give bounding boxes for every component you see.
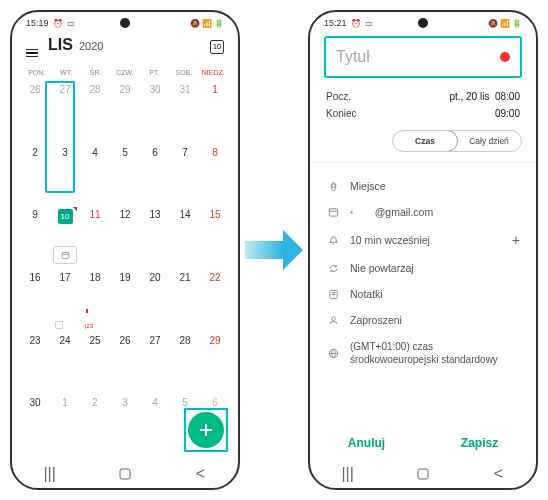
location-row[interactable]: Miejsce — [324, 173, 522, 199]
date-cell[interactable]: 23 — [20, 331, 50, 394]
date-cell[interactable]: 8 — [200, 143, 230, 206]
date-cell[interactable]: 28 — [170, 331, 200, 394]
camera-cutout — [120, 18, 130, 28]
start-row[interactable]: Pocz. pt., 20 lis 08:00 — [324, 88, 522, 105]
date-cell[interactable]: 7 — [170, 143, 200, 206]
calendar-grid[interactable]: 262728293031123456789101112131415161718|… — [12, 80, 238, 460]
status-time: 15:21 — [324, 18, 347, 28]
svg-rect-6 — [329, 208, 337, 215]
date-cell[interactable]: 6 — [140, 143, 170, 206]
calendar-header: LIS 2020 10 — [12, 30, 238, 63]
save-button[interactable]: Zapisz — [423, 436, 536, 450]
event-title-input[interactable]: Tytuł — [324, 36, 522, 78]
nav-bar: ||| < — [310, 460, 536, 488]
add-reminder-icon[interactable]: + — [512, 232, 520, 248]
nav-bar: ||| < — [12, 460, 238, 488]
weekday-row: PON.WT.ŚR.CZW.PT.SOB.NIEDZ. — [12, 63, 238, 80]
date-cell[interactable]: 3 — [110, 393, 140, 456]
date-cell[interactable]: 5 — [110, 143, 140, 206]
date-cell[interactable]: 14 — [170, 205, 200, 268]
date-cell[interactable]: 26 — [20, 80, 50, 143]
date-cell[interactable]: 31 — [170, 80, 200, 143]
date-cell[interactable]: 3 — [50, 143, 80, 206]
date-cell[interactable]: 2 — [20, 143, 50, 206]
date-cell[interactable]: 19 — [110, 268, 140, 331]
date-cell[interactable]: 4 — [140, 393, 170, 456]
date-cell[interactable]: 30 — [140, 80, 170, 143]
end-row[interactable]: Koniec 09:00 — [324, 105, 522, 122]
date-cell[interactable]: 27 — [140, 331, 170, 394]
svg-point-5 — [331, 183, 335, 187]
svg-rect-4 — [120, 469, 130, 479]
date-cell[interactable]: 10 — [50, 205, 80, 268]
date-cell[interactable]: 30 — [20, 393, 50, 456]
repeat-row[interactable]: Nie powtarzaj — [324, 255, 522, 281]
reminder-row[interactable]: 10 min wcześniej + — [324, 225, 522, 255]
calendar-icon — [326, 207, 340, 218]
svg-rect-16 — [418, 469, 428, 479]
date-cell[interactable]: 9 — [20, 205, 50, 268]
person-icon — [326, 315, 340, 326]
action-bar: Anuluj Zapisz — [310, 426, 536, 460]
date-cell[interactable]: 17 — [50, 268, 80, 331]
calendar-account-row[interactable]: * @gmail.com — [324, 199, 522, 225]
date-cell[interactable]: 16 — [20, 268, 50, 331]
date-cell[interactable]: 12 — [110, 205, 140, 268]
status-time: 15:19 — [26, 18, 49, 28]
location-icon — [326, 181, 340, 192]
arrow-icon — [245, 230, 303, 270]
recent-icon[interactable]: ||| — [43, 465, 57, 483]
year-label: 2020 — [79, 40, 103, 52]
today-icon[interactable]: 10 — [210, 40, 224, 54]
svg-rect-0 — [62, 252, 69, 258]
date-cell[interactable]: 29 — [200, 331, 230, 394]
title-placeholder: Tytuł — [336, 48, 370, 66]
seg-time[interactable]: Czas — [392, 130, 458, 152]
date-cell[interactable]: 13 — [140, 205, 170, 268]
date-cell[interactable]: 11 — [80, 205, 110, 268]
notes-row[interactable]: Notatki — [324, 281, 522, 307]
seg-allday[interactable]: Cały dzień — [457, 131, 521, 151]
date-cell[interactable]: 2 — [80, 393, 110, 456]
date-cell[interactable]: 18|23 — [80, 268, 110, 331]
notes-icon — [326, 289, 340, 300]
phone-event-editor: 15:21⏰▭ 🔕📶🔋 Tytuł Pocz. pt., 20 lis 08:0… — [308, 10, 538, 490]
date-cell[interactable]: 15 — [200, 205, 230, 268]
month-label[interactable]: LIS — [48, 36, 73, 54]
phone-calendar: 15:19⏰▭ 🔕📶🔋 LIS 2020 10 PON.WT.ŚR.CZW.PT… — [10, 10, 240, 490]
menu-icon[interactable] — [26, 49, 38, 58]
home-icon[interactable] — [118, 468, 132, 480]
timezone-row[interactable]: (GMT+01:00) czasśrodkowoeuropejski stand… — [324, 333, 522, 373]
date-cell[interactable]: 22 — [200, 268, 230, 331]
date-cell[interactable]: 24 — [50, 331, 80, 394]
recent-icon[interactable]: ||| — [341, 465, 355, 483]
date-cell[interactable]: 27 — [50, 80, 80, 143]
globe-icon — [326, 348, 340, 359]
add-event-button[interactable] — [188, 412, 224, 448]
date-cell[interactable]: 1 — [200, 80, 230, 143]
bell-icon — [326, 235, 340, 246]
back-icon[interactable]: < — [193, 465, 207, 483]
cancel-button[interactable]: Anuluj — [310, 436, 423, 450]
date-cell[interactable]: 21 — [170, 268, 200, 331]
color-dot[interactable] — [500, 52, 510, 62]
back-icon[interactable]: < — [491, 465, 505, 483]
date-cell[interactable]: 4 — [80, 143, 110, 206]
home-icon[interactable] — [416, 468, 430, 480]
invitees-row[interactable]: Zaproszeni — [324, 307, 522, 333]
date-cell[interactable]: 20 — [140, 268, 170, 331]
camera-cutout — [418, 18, 428, 28]
date-cell[interactable]: 26 — [110, 331, 140, 394]
svg-point-12 — [331, 316, 335, 320]
date-cell[interactable]: 1 — [50, 393, 80, 456]
time-allday-toggle[interactable]: Czas Cały dzień — [392, 130, 522, 152]
repeat-icon — [326, 263, 340, 274]
date-cell[interactable]: 25 — [80, 331, 110, 394]
date-cell[interactable]: 28 — [80, 80, 110, 143]
date-cell[interactable]: 29 — [110, 80, 140, 143]
